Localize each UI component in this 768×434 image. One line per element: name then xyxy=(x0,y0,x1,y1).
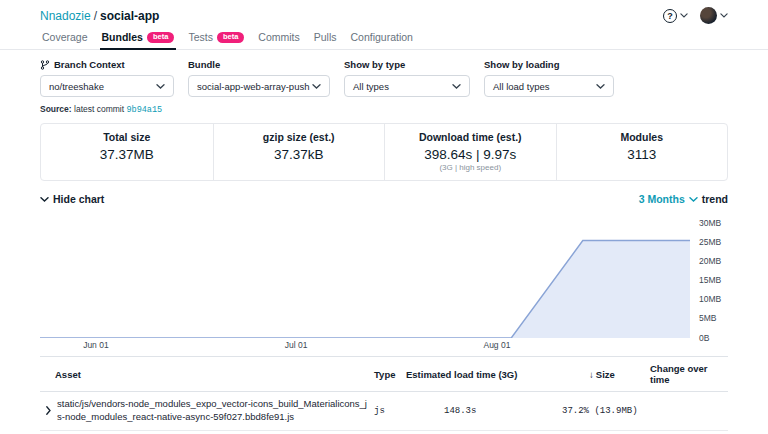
loading-select-value: All load types xyxy=(493,81,550,92)
chevron-down-icon xyxy=(596,84,605,89)
y-axis-tick-label: 0B xyxy=(699,334,709,343)
type-select-value: All types xyxy=(353,81,389,92)
branch-context-label: Branch Context xyxy=(40,59,174,70)
y-axis-tick-label: 30MB xyxy=(699,219,721,228)
show-by-loading-label: Show by loading xyxy=(484,59,614,70)
type-cell: js xyxy=(370,406,406,416)
load-time-cell: 148.3s xyxy=(406,406,554,416)
expand-row-icon[interactable] xyxy=(46,406,51,415)
avatar xyxy=(700,7,717,24)
summary-value: 37.37MB xyxy=(47,147,207,162)
bundle-select-value: social-app-web-array-push xyxy=(197,81,309,92)
chevron-down-icon xyxy=(720,13,728,18)
chevron-down-icon xyxy=(312,84,321,89)
tab-label: Coverage xyxy=(42,31,88,43)
help-icon: ? xyxy=(663,9,677,23)
table-header-row: Asset Type Estimated load time (3G) ↓ Si… xyxy=(40,356,728,392)
summary-label: Download time (est.) xyxy=(391,131,550,143)
chevron-down-icon xyxy=(40,197,49,202)
tab-bundles[interactable]: Bundlesbeta xyxy=(100,29,177,50)
x-axis-tick-label: Jun 01 xyxy=(83,340,109,350)
trend-area xyxy=(40,241,690,338)
summary-label: Modules xyxy=(563,131,722,143)
breadcrumb-owner-link[interactable]: Nnadozie xyxy=(40,9,91,23)
summary-label: Total size xyxy=(47,131,207,143)
column-header-size[interactable]: ↓ Size xyxy=(554,369,650,380)
trend-chart-plot xyxy=(40,223,690,338)
y-axis-tick-label: 15MB xyxy=(699,276,721,285)
chevron-down-icon xyxy=(156,84,165,89)
summary-total-size: Total size 37.37MB xyxy=(41,124,213,180)
tab-configuration[interactable]: Configuration xyxy=(349,29,415,50)
column-header-asset[interactable]: Asset xyxy=(40,369,370,380)
top-header: Nnadozie/social-app ? xyxy=(0,0,768,29)
table-row: static/js/vendors-node_modules_expo_vect… xyxy=(40,392,728,431)
tab-label: Commits xyxy=(258,31,299,43)
summary-modules: Modules 3113 xyxy=(556,124,728,180)
asset-cell: static/js/vendors-node_modules_expo_vect… xyxy=(40,398,370,424)
y-axis-tick-label: 20MB xyxy=(699,257,721,266)
x-axis-tick-label: Jul 01 xyxy=(285,340,308,350)
size-cell: 37.2% (13.9MB) xyxy=(554,406,650,416)
summary-value: 398.64s | 9.97s xyxy=(391,147,550,162)
loading-select[interactable]: All load types xyxy=(484,75,614,97)
trend-range-value: 3 Months xyxy=(639,193,685,205)
summary-value: 3113 xyxy=(563,147,722,162)
tab-commits[interactable]: Commits xyxy=(256,29,301,50)
summary-download-time: Download time (est.) 398.64s | 9.97s (3G… xyxy=(384,124,556,180)
table-row: static/js/main.9b8db7a3.js js 76.96s 19.… xyxy=(40,431,728,434)
summary-label: gzip size (est.) xyxy=(220,131,379,143)
trend-range-selector[interactable]: 3 Months trend xyxy=(639,193,728,205)
tab-label: Bundles xyxy=(102,31,143,43)
breadcrumb-separator: / xyxy=(94,9,97,23)
column-header-load-time[interactable]: Estimated load time (3G) xyxy=(406,369,554,380)
asset-name: static/js/vendors-node_modules_expo_vect… xyxy=(57,398,370,424)
summary-gzip-size: gzip size (est.) 37.37kB xyxy=(213,124,385,180)
source-prefix: Source: xyxy=(40,104,72,114)
bundle-label: Bundle xyxy=(188,59,330,70)
chevron-down-icon xyxy=(689,197,698,202)
sort-desc-icon: ↓ xyxy=(589,369,594,380)
tab-label: Tests xyxy=(188,31,213,43)
chevron-down-icon xyxy=(680,13,688,18)
repo-tabs: Coverage Bundlesbeta Testsbeta Commits P… xyxy=(0,29,768,50)
tab-pulls[interactable]: Pulls xyxy=(312,29,339,50)
help-menu-button[interactable]: ? xyxy=(663,9,688,23)
tab-coverage[interactable]: Coverage xyxy=(40,29,90,50)
hide-chart-toggle[interactable]: Hide chart xyxy=(40,193,104,205)
tab-tests[interactable]: Testsbeta xyxy=(186,29,246,50)
user-menu-button[interactable] xyxy=(700,7,728,24)
source-text: latest commit xyxy=(72,104,127,114)
type-select[interactable]: All types xyxy=(344,75,470,97)
y-axis-tick-label: 10MB xyxy=(699,295,721,304)
column-header-change[interactable]: Change over time xyxy=(650,363,728,385)
breadcrumb-repo: social-app xyxy=(100,9,159,23)
y-axis-tick-label: 5MB xyxy=(699,314,716,323)
y-axis: 0B5MB10MB15MB20MB25MB30MB xyxy=(690,223,728,338)
chart-controls: Hide chart 3 Months trend xyxy=(40,193,728,205)
trend-range-label: trend xyxy=(702,193,728,205)
source-line: Source: latest commit 9b94a15 xyxy=(40,104,728,115)
x-axis: Jun 01Jul 01Aug 01 xyxy=(40,340,690,354)
show-by-type-label: Show by type xyxy=(344,59,470,70)
bundle-select[interactable]: social-app-web-array-push xyxy=(188,75,330,97)
size-header-label: Size xyxy=(596,369,615,380)
y-axis-tick-label: 25MB xyxy=(699,238,721,247)
trend-chart-svg xyxy=(40,223,690,338)
bundle-group: Bundle social-app-web-array-push xyxy=(188,59,330,97)
branch-context-group: Branch Context no/treeshake xyxy=(40,59,174,97)
branch-select[interactable]: no/treeshake xyxy=(40,75,174,97)
column-header-type[interactable]: Type xyxy=(370,369,406,380)
header-actions: ? xyxy=(663,7,728,24)
beta-badge: beta xyxy=(217,32,244,43)
show-by-loading-group: Show by loading All load types xyxy=(484,59,614,97)
commit-sha-link[interactable]: 9b94a15 xyxy=(126,105,162,115)
x-axis-tick-label: Aug 01 xyxy=(483,340,510,350)
trend-chart: 0B5MB10MB15MB20MB25MB30MB xyxy=(40,223,728,338)
branch-icon xyxy=(40,60,50,70)
chevron-down-icon xyxy=(452,84,461,89)
beta-badge: beta xyxy=(147,32,174,43)
filter-bar: Branch Context no/treeshake Bundle socia… xyxy=(40,59,728,97)
branch-select-value: no/treeshake xyxy=(49,81,104,92)
summary-subcaption: (3G | high speed) xyxy=(391,163,550,172)
